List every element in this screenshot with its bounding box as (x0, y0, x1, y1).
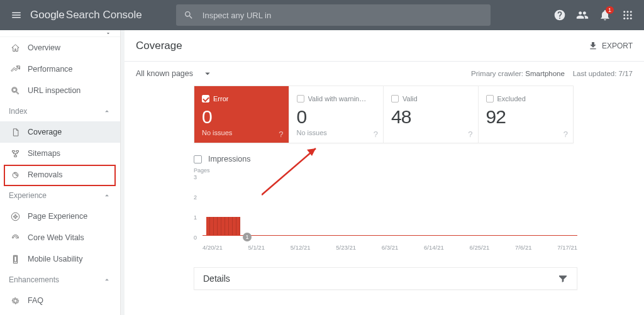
sidebar-item-url-inspection[interactable]: URL inspection (0, 80, 120, 101)
checkbox-icon (194, 155, 202, 163)
card-value: 92 (486, 106, 566, 128)
chart-ytick: 3 (194, 174, 197, 180)
sidebar-item-performance[interactable]: Performance (0, 58, 120, 80)
svg-point-5 (630, 14, 632, 16)
sidebar-item-sitemaps[interactable]: Sitemaps (0, 143, 120, 164)
checkbox-icon (202, 95, 209, 102)
card-subtext: No issues (202, 129, 281, 136)
chart-xtick: 6/25/21 (470, 244, 490, 251)
chart-xtick: 5/1/21 (248, 244, 265, 251)
card-label: Valid (402, 95, 418, 102)
chevron-up-icon (103, 191, 111, 200)
impressions-toggle[interactable]: Impressions (194, 155, 644, 163)
checkbox-icon (391, 95, 399, 102)
status-card-error[interactable]: Error 0 No issues ? (194, 86, 289, 143)
brand-search-console: Search Console (66, 9, 142, 21)
help-icon[interactable]: ? (374, 130, 378, 139)
sidebar: Overview Performance URL inspection Inde… (0, 30, 121, 315)
sidebar-item-label: Core Web Vitals (28, 233, 84, 242)
status-card-excluded[interactable]: Excluded 92 ? (479, 86, 574, 143)
svg-point-2 (630, 11, 632, 13)
property-selector[interactable] (0, 30, 120, 37)
coverage-chart: Pages 01231 4/20/215/1/215/12/215/23/216… (194, 167, 577, 251)
status-card-valid[interactable]: Valid 48 ? (384, 86, 479, 143)
card-label: Valid with warnin… (308, 95, 367, 102)
svg-point-7 (627, 18, 629, 19)
plus-icon (9, 212, 21, 221)
page-filter[interactable]: All known pages (136, 68, 213, 79)
sidebar-item-faq[interactable]: FAQ (0, 290, 120, 311)
filter-label: All known pages (136, 69, 193, 78)
crawler-info: Primary crawler: Smartphone Last updated… (471, 70, 633, 77)
sidebar-item-mobile-usability[interactable]: Mobile Usability (0, 248, 120, 270)
svg-point-0 (623, 11, 625, 13)
details-panel-header[interactable]: Details (194, 267, 577, 290)
menu-button[interactable] (5, 4, 28, 26)
chart-xtick: 7/6/21 (515, 244, 531, 251)
url-inspect-search[interactable]: Inspect any URL in (176, 4, 491, 26)
apps-icon (622, 9, 633, 21)
help-button[interactable] (548, 4, 571, 26)
chart-baseline (203, 235, 577, 236)
notifications-button[interactable]: 1 (594, 4, 616, 26)
help-icon[interactable]: ? (468, 130, 472, 139)
card-value: 48 (391, 106, 470, 128)
help-icon (553, 9, 566, 21)
sidebar-item-how-to[interactable]: How to (0, 311, 120, 315)
sidebar-section-enhancements[interactable]: Enhancements (0, 270, 120, 290)
export-label: EXPORT (602, 41, 633, 50)
sidebar-section-experience[interactable]: Experience (0, 185, 120, 206)
sidebar-item-label: URL inspection (28, 86, 80, 95)
sidebar-item-page-experience[interactable]: Page Experience (0, 206, 120, 227)
status-card-valid[interactable]: Valid with warnin… 0 No issues ? (289, 86, 384, 143)
trend-icon (9, 65, 21, 74)
magnify-icon (9, 86, 21, 96)
hamburger-icon (11, 9, 22, 21)
sidebar-section-index[interactable]: Index (0, 101, 120, 121)
notification-badge: 1 (606, 6, 614, 14)
gear-icon (9, 296, 21, 306)
chart-marker[interactable]: 1 (243, 233, 252, 241)
chart-xtick: 5/12/21 (291, 244, 311, 251)
chart-xtick: 7/17/21 (557, 244, 577, 251)
sidebar-item-overview[interactable]: Overview (0, 37, 120, 58)
remove-icon (9, 170, 21, 180)
chevron-up-icon (103, 275, 111, 284)
card-value: 0 (297, 106, 376, 128)
chart-xtick: 4/20/21 (203, 244, 223, 251)
sidebar-item-label: Sitemaps (28, 149, 60, 158)
users-button[interactable] (571, 4, 594, 26)
chart-bar (236, 217, 240, 235)
sidebar-item-label: Overview (28, 43, 60, 52)
card-value: 0 (202, 106, 281, 128)
home-icon (9, 43, 21, 53)
help-icon[interactable]: ? (279, 130, 283, 139)
chart-ytick: 0 (194, 235, 197, 241)
doc-icon (9, 128, 21, 137)
chart-bars (206, 180, 274, 235)
details-title: Details (203, 274, 230, 284)
card-label: Excluded (497, 95, 526, 102)
svg-point-1 (627, 11, 629, 13)
sidebar-item-label: FAQ (28, 296, 43, 305)
search-placeholder: Inspect any URL in (203, 11, 271, 20)
gauge-icon (9, 233, 21, 243)
card-label: Error (213, 95, 228, 102)
status-cards: Error 0 No issues ? Valid with warnin… 0… (194, 86, 574, 143)
phone-icon (9, 255, 21, 264)
chart-ylabel: Pages (194, 167, 577, 174)
sidebar-item-label: Coverage (28, 128, 62, 136)
sidebar-item-core-web-vitals[interactable]: Core Web Vitals (0, 227, 120, 248)
card-subtext: No issues (297, 129, 376, 136)
caret-down-icon (105, 30, 111, 36)
help-icon[interactable]: ? (564, 130, 568, 139)
export-button[interactable]: EXPORT (588, 41, 633, 51)
sidebar-item-label: Mobile Usability (28, 255, 83, 263)
chart-ytick: 2 (194, 194, 197, 201)
sidebar-item-coverage[interactable]: Coverage (0, 121, 120, 143)
chart-ytick: 1 (194, 214, 197, 221)
apps-button[interactable] (616, 4, 639, 26)
checkbox-icon (486, 95, 494, 102)
sidebar-item-removals[interactable]: Removals (0, 164, 120, 185)
impressions-label: Impressions (208, 155, 250, 163)
